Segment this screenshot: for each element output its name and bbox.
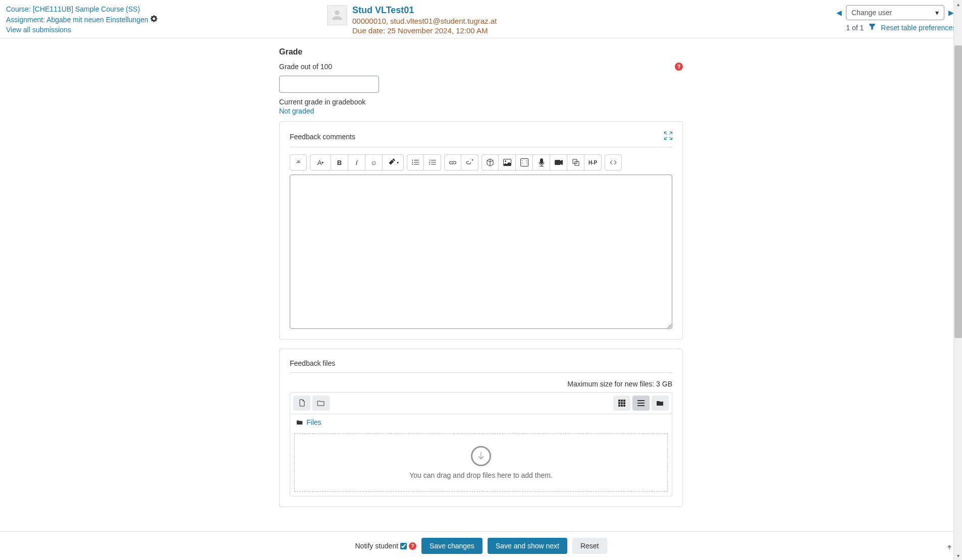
assignment-link[interactable]: Assignment: Abgabe mit neuen Einstellung…: [6, 16, 148, 24]
feedback-editor[interactable]: [290, 175, 672, 329]
toolbar-media-icon[interactable]: [516, 154, 533, 171]
header-right: ◀ Change user ▶ 1 of 1 Reset table prefe…: [834, 5, 956, 32]
course-link[interactable]: Course: [CHE111UB] Sample Course (SS): [6, 5, 157, 13]
footer-bar: Notify student ? Save changes Save and s…: [0, 531, 962, 546]
svg-rect-4: [623, 400, 625, 402]
view-list-icon[interactable]: [632, 396, 650, 411]
toolbar-ul-icon[interactable]: [407, 154, 424, 171]
svg-rect-2: [618, 400, 620, 402]
svg-rect-8: [618, 405, 620, 407]
fm-toolbar-right: [613, 396, 669, 411]
folder-icon: [296, 419, 303, 426]
dropzone-text: You can drag and drop files here to add …: [409, 471, 553, 479]
toolbar-paragraph-icon[interactable]: A▾: [310, 154, 331, 171]
main-content: Grade Grade out of 100 ? Current grade i…: [0, 38, 962, 546]
help-icon[interactable]: ?: [675, 63, 683, 71]
dropzone[interactable]: You can drag and drop files here to add …: [294, 433, 668, 492]
save-next-button[interactable]: Save and show next: [488, 538, 567, 546]
svg-rect-11: [637, 400, 645, 401]
gear-icon[interactable]: [150, 16, 157, 24]
toolbar-video-icon[interactable]: [550, 154, 567, 171]
not-graded-link[interactable]: Not graded: [279, 107, 314, 115]
notify-checkbox[interactable]: [400, 543, 407, 547]
page-header: Course: [CHE111UB] Sample Course (SS) As…: [0, 0, 962, 38]
grade-label-row: Grade out of 100 ?: [279, 63, 683, 71]
svg-rect-7: [623, 402, 625, 404]
scrollbar-thumb[interactable]: [954, 45, 962, 338]
toolbar-highlight-icon[interactable]: ▾: [383, 154, 404, 171]
svg-rect-9: [621, 405, 623, 407]
header-right-bottom: 1 of 1 Reset table preferences: [846, 23, 956, 32]
toolbar-bold-icon[interactable]: B: [331, 154, 348, 171]
reset-button[interactable]: Reset: [572, 538, 607, 546]
grade-label: Grade out of 100: [279, 63, 332, 71]
feedback-comments-header: Feedback comments: [290, 132, 672, 147]
file-manager: Files You can drag and drop files here t…: [290, 392, 672, 496]
filter-icon[interactable]: [869, 23, 876, 32]
user-info: Stud VLTest01 00000010, stud.vltest01@st…: [352, 5, 497, 35]
view-tree-icon[interactable]: [652, 396, 669, 411]
save-changes-button[interactable]: Save changes: [421, 538, 483, 546]
fm-toolbar: [290, 393, 672, 414]
user-nav: ◀ Change user ▶: [834, 5, 956, 20]
svg-rect-12: [637, 403, 645, 404]
svg-rect-5: [618, 402, 620, 404]
feedback-files-title: Feedback files: [290, 359, 335, 367]
toolbar-box-icon[interactable]: [482, 154, 499, 171]
expand-icon[interactable]: [664, 132, 672, 142]
toolbar-link-icon[interactable]: [444, 154, 461, 171]
grade-section-title: Grade: [279, 47, 683, 57]
content-inner: Grade Grade out of 100 ? Current grade i…: [279, 47, 683, 516]
svg-rect-6: [621, 402, 623, 404]
files-breadcrumb-link[interactable]: Files: [306, 418, 322, 426]
toolbar-code-icon[interactable]: [605, 154, 622, 171]
header-center: Stud VLTest01 00000010, stud.vltest01@st…: [327, 5, 497, 35]
notify-label: Notify student: [355, 542, 398, 546]
toolbar-manage-icon[interactable]: [567, 154, 584, 171]
max-size-label: Maximum size for new files: 3 GB: [290, 380, 672, 388]
toolbar-expand-icon[interactable]: [290, 154, 307, 171]
user-name-link[interactable]: Stud VLTest01: [352, 5, 497, 16]
create-folder-icon[interactable]: [312, 396, 330, 411]
notify-help-icon[interactable]: ?: [409, 542, 416, 547]
svg-rect-3: [621, 400, 623, 402]
feedback-comments-title: Feedback comments: [290, 133, 355, 141]
toolbar-ol-icon[interactable]: [424, 154, 441, 171]
toolbar-h5p-icon[interactable]: H-P: [584, 154, 602, 171]
toolbar-unlink-icon[interactable]: [461, 154, 478, 171]
toolbar-microphone-icon[interactable]: [533, 154, 550, 171]
scrollbar-up-icon[interactable]: ▴: [954, 0, 962, 9]
svg-rect-13: [637, 405, 645, 406]
editor-toolbar: A▾ B I ☺ ▾: [290, 154, 672, 171]
prev-user-arrow[interactable]: ◀: [834, 7, 844, 19]
feedback-files-card: Feedback files Maximum size for new file…: [279, 349, 683, 507]
add-file-icon[interactable]: [293, 396, 310, 411]
feedback-files-header: Feedback files: [290, 359, 672, 373]
scrollbar[interactable]: ▴ ▾: [953, 0, 962, 546]
change-user-select[interactable]: Change user: [846, 5, 944, 20]
feedback-comments-card: Feedback comments A▾ B I ☺: [279, 121, 683, 340]
svg-rect-10: [623, 405, 625, 407]
reset-prefs-link[interactable]: Reset table preferences: [881, 24, 956, 32]
view-grid-icon[interactable]: [613, 396, 630, 411]
fm-toolbar-left: [293, 396, 330, 411]
change-user-label: Change user: [851, 9, 892, 17]
notify-student-row: Notify student ?: [355, 542, 416, 546]
user-email: 00000010, stud.vltest01@student.tugraz.a…: [352, 17, 497, 25]
user-count: 1 of 1: [846, 24, 864, 32]
download-arrow-icon: [471, 446, 491, 466]
assignment-row: Assignment: Abgabe mit neuen Einstellung…: [6, 15, 157, 24]
view-all-link[interactable]: View all submissions: [6, 26, 157, 34]
toolbar-italic-icon[interactable]: I: [348, 154, 365, 171]
grade-input[interactable]: [279, 76, 379, 93]
user-avatar: [327, 5, 347, 25]
gradebook-label: Current grade in gradebook: [279, 98, 683, 106]
fm-breadcrumb: Files: [290, 414, 672, 430]
header-left: Course: [CHE111UB] Sample Course (SS) As…: [6, 5, 157, 34]
due-date: Due date: 25 November 2024, 12:00 AM: [352, 26, 497, 35]
toolbar-emoji-icon[interactable]: ☺: [365, 154, 383, 171]
toolbar-image-icon[interactable]: [499, 154, 516, 171]
